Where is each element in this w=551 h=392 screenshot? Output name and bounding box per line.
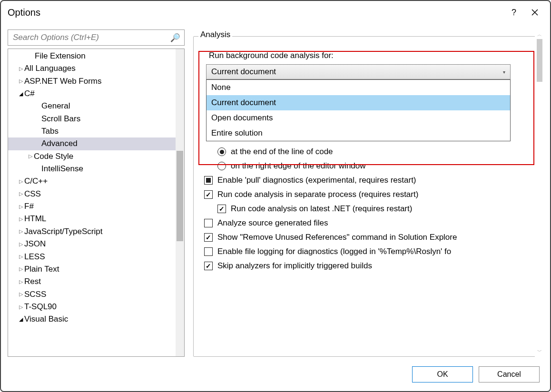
dialog-body: 🔍 File Extension▷All Languages▷ASP.NET W… xyxy=(1,24,550,363)
cb-separate-process-row[interactable]: Run code analysis in separate process (r… xyxy=(204,190,530,199)
analysis-content: Run background code analysis for: Curren… xyxy=(194,37,543,280)
radio-end-of-line[interactable] xyxy=(217,147,226,156)
expand-icon[interactable]: ▷ xyxy=(18,290,24,298)
tree-item[interactable]: IntelliSense xyxy=(8,163,176,175)
cb-separate-process[interactable] xyxy=(204,190,213,199)
combo-option[interactable]: None xyxy=(207,80,510,95)
cb-separate-process-label: Run code analysis in separate process (r… xyxy=(217,190,418,199)
ok-button[interactable]: OK xyxy=(412,366,473,382)
combo-display[interactable]: Current document ▾ xyxy=(206,64,511,79)
combo-option[interactable]: Open documents xyxy=(207,110,510,126)
tree-item[interactable]: ▷JavaScript/TypeScript xyxy=(8,225,176,238)
tree-item-label: All Languages xyxy=(24,62,76,75)
panel-scroll-thumb[interactable] xyxy=(537,39,542,82)
expand-icon[interactable]: ▷ xyxy=(18,65,24,73)
combo-dropdown[interactable]: NoneCurrent documentOpen documentsEntire… xyxy=(206,79,511,141)
analysis-scope-combo[interactable]: Current document ▾ NoneCurrent documentO… xyxy=(206,64,511,79)
search-input[interactable] xyxy=(12,32,170,43)
cb-latest-net[interactable] xyxy=(217,205,226,213)
tree-item[interactable]: ▷Plain Text xyxy=(8,263,176,275)
radio-right-edge-label: on the right edge of the editor window xyxy=(231,161,366,171)
expand-icon[interactable]: ▷ xyxy=(27,152,34,160)
tree-item-label: General xyxy=(41,100,70,112)
expand-icon[interactable]: ▷ xyxy=(18,227,24,235)
tree-item-label: Advanced xyxy=(41,137,78,150)
cb-latest-net-row[interactable]: Run code analysis on latest .NET (requir… xyxy=(217,204,530,214)
cb-file-logging[interactable] xyxy=(204,247,213,256)
panel-scrollbar[interactable]: ︿ ﹀ xyxy=(535,29,544,357)
scroll-down-icon[interactable]: ﹀ xyxy=(536,347,543,356)
tree-item[interactable]: ▷All Languages xyxy=(8,62,176,75)
tree-item[interactable]: Advanced xyxy=(8,137,176,150)
cb-skip-analyzers-row[interactable]: Skip analyzers for implicitly triggered … xyxy=(204,261,530,271)
tree-item[interactable]: ▷C/C++ xyxy=(8,175,176,187)
expand-icon[interactable]: ▷ xyxy=(18,77,24,85)
cb-file-logging-label: Enable file logging for diagnostics (log… xyxy=(217,247,451,256)
cb-pull-row[interactable]: Enable 'pull' diagnostics (experimental,… xyxy=(204,176,530,185)
tree-item[interactable]: Tabs xyxy=(8,125,176,137)
tree-item[interactable]: ▷F# xyxy=(8,200,176,213)
cb-pull-label: Enable 'pull' diagnostics (experimental,… xyxy=(217,176,416,185)
tree-item[interactable]: ▷Code Style xyxy=(8,150,176,163)
expand-icon[interactable]: ▷ xyxy=(18,240,24,248)
close-button[interactable] xyxy=(524,5,545,20)
tree-item-label: Rest xyxy=(24,275,41,288)
expand-icon[interactable]: ▷ xyxy=(18,253,24,261)
cb-skip-analyzers[interactable] xyxy=(204,262,213,270)
tree-item[interactable]: ◢C# xyxy=(8,88,176,100)
tree-item-label: JSON xyxy=(24,238,46,250)
tree-scroll-thumb[interactable] xyxy=(177,151,183,241)
combo-option[interactable]: Current document xyxy=(207,95,510,110)
radio-right-edge[interactable] xyxy=(217,162,226,170)
tree-item-label: F# xyxy=(24,200,34,213)
help-button[interactable]: ? xyxy=(503,5,524,20)
cb-remove-unused-row[interactable]: Show "Remove Unused References" command … xyxy=(204,233,530,242)
tree-item-label: Scroll Bars xyxy=(41,113,80,125)
expand-icon[interactable]: ▷ xyxy=(18,215,24,223)
tree-item[interactable]: Scroll Bars xyxy=(8,113,176,125)
expand-icon[interactable]: ▷ xyxy=(18,203,24,211)
tree-item[interactable]: ▷HTML xyxy=(8,213,176,225)
cancel-button[interactable]: Cancel xyxy=(479,366,540,382)
expand-icon[interactable]: ▷ xyxy=(18,303,24,311)
cb-remove-unused[interactable] xyxy=(204,233,213,242)
expand-icon[interactable]: ▷ xyxy=(18,265,24,273)
cb-analyze-gen-label: Analyze source generated files xyxy=(217,218,328,228)
cb-analyze-gen[interactable] xyxy=(204,219,213,227)
tree-item[interactable]: ▷LESS xyxy=(8,251,176,263)
tree-item[interactable]: File Extension xyxy=(8,50,176,62)
titlebar: Options ? xyxy=(1,1,550,24)
cb-analyze-gen-row[interactable]: Analyze source generated files xyxy=(204,218,530,228)
expand-icon[interactable]: ▷ xyxy=(18,177,24,186)
tree-item[interactable]: ▷T-SQL90 xyxy=(8,301,176,313)
cb-file-logging-row[interactable]: Enable file logging for diagnostics (log… xyxy=(204,247,530,256)
tree-item[interactable]: ▷SCSS xyxy=(8,288,176,301)
tree-item[interactable]: ◢Visual Basic xyxy=(8,313,176,325)
tree-item[interactable]: ▷JSON xyxy=(8,238,176,250)
radio-right-edge-row[interactable]: on the right edge of the editor window xyxy=(217,161,530,171)
cb-remove-unused-label: Show "Remove Unused References" command … xyxy=(217,233,457,242)
right-column: Analysis Run background code analysis fo… xyxy=(193,29,543,357)
tree-item[interactable]: General xyxy=(8,100,176,112)
scroll-up-icon[interactable]: ︿ xyxy=(536,30,543,39)
tree-item[interactable]: ▷Rest xyxy=(8,275,176,288)
tree-item-label: LESS xyxy=(24,251,45,263)
tree-scrollbar[interactable] xyxy=(176,49,184,356)
collapse-icon[interactable]: ◢ xyxy=(18,90,24,98)
cb-pull[interactable] xyxy=(204,176,213,185)
options-window: Options ? 🔍 File Extension▷All Languages… xyxy=(0,0,551,392)
expand-icon[interactable]: ▷ xyxy=(18,190,24,198)
expand-icon[interactable]: ▷ xyxy=(18,278,24,286)
group-legend: Analysis xyxy=(198,30,232,39)
tree-item-label: ASP.NET Web Forms xyxy=(24,75,102,88)
analysis-group: Analysis Run background code analysis fo… xyxy=(193,36,543,357)
combo-option[interactable]: Entire solution xyxy=(207,126,510,141)
tree-item-label: T-SQL90 xyxy=(24,301,57,313)
collapse-icon[interactable]: ◢ xyxy=(18,315,24,323)
radio-end-of-line-row[interactable]: at the end of the line of code xyxy=(217,147,530,157)
tree-item[interactable]: ▷ASP.NET Web Forms xyxy=(8,75,176,88)
tree-item[interactable]: ▷CSS xyxy=(8,188,176,200)
tree-list[interactable]: File Extension▷All Languages▷ASP.NET Web… xyxy=(8,49,176,356)
search-box[interactable]: 🔍 xyxy=(8,29,185,46)
left-column: 🔍 File Extension▷All Languages▷ASP.NET W… xyxy=(8,29,185,357)
